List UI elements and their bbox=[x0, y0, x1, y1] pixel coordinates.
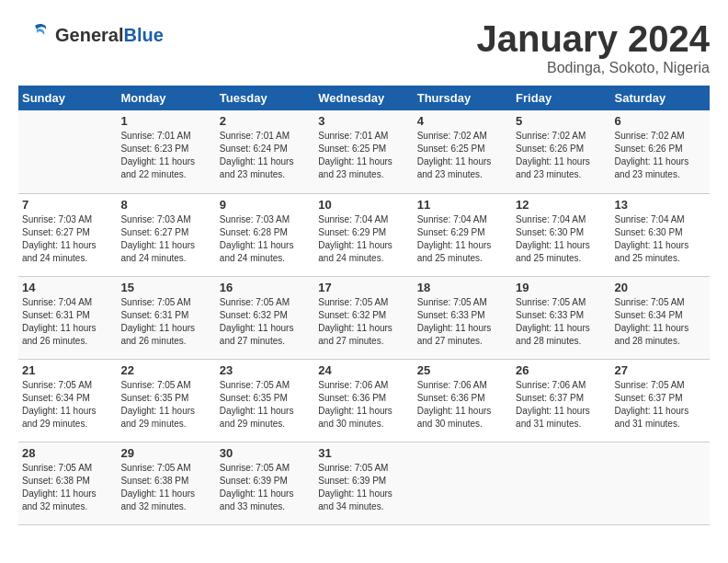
calendar-cell: 10Sunrise: 7:04 AM Sunset: 6:29 PM Dayli… bbox=[314, 193, 413, 276]
day-info: Sunrise: 7:02 AM Sunset: 6:26 PM Dayligh… bbox=[615, 130, 706, 181]
day-number: 30 bbox=[220, 446, 311, 460]
day-number: 16 bbox=[220, 281, 311, 294]
day-number: 7 bbox=[22, 198, 113, 212]
calendar-cell: 8Sunrise: 7:03 AM Sunset: 6:27 PM Daylig… bbox=[117, 193, 215, 276]
calendar-week-row: 28Sunrise: 7:05 AM Sunset: 6:38 PM Dayli… bbox=[18, 442, 710, 524]
logo-text: GeneralBlue bbox=[55, 25, 164, 45]
day-number: 31 bbox=[318, 446, 409, 460]
day-header-sunday: Sunday bbox=[18, 86, 117, 110]
day-header-monday: Monday bbox=[117, 86, 215, 110]
day-header-friday: Friday bbox=[512, 86, 610, 110]
logo-icon bbox=[18, 18, 51, 52]
title-block: January 2024 Bodinga, Sokoto, Nigeria bbox=[476, 18, 710, 76]
day-info: Sunrise: 7:05 AM Sunset: 6:33 PM Dayligh… bbox=[417, 296, 508, 348]
day-info: Sunrise: 7:05 AM Sunset: 6:35 PM Dayligh… bbox=[120, 379, 211, 431]
calendar-cell bbox=[512, 442, 610, 524]
calendar-cell: 22Sunrise: 7:05 AM Sunset: 6:35 PM Dayli… bbox=[117, 359, 215, 442]
day-number: 27 bbox=[615, 363, 706, 377]
day-number: 22 bbox=[120, 363, 211, 377]
day-number: 21 bbox=[22, 363, 113, 377]
day-number: 11 bbox=[417, 198, 508, 212]
day-info: Sunrise: 7:02 AM Sunset: 6:25 PM Dayligh… bbox=[417, 130, 508, 181]
day-info: Sunrise: 7:06 AM Sunset: 6:36 PM Dayligh… bbox=[318, 379, 409, 431]
day-number: 17 bbox=[318, 281, 409, 294]
day-number: 13 bbox=[615, 198, 706, 212]
day-header-thursday: Thursday bbox=[414, 86, 512, 110]
day-number: 23 bbox=[220, 363, 311, 377]
day-info: Sunrise: 7:01 AM Sunset: 6:23 PM Dayligh… bbox=[120, 130, 211, 181]
calendar-cell: 23Sunrise: 7:05 AM Sunset: 6:35 PM Dayli… bbox=[216, 359, 314, 442]
day-info: Sunrise: 7:05 AM Sunset: 6:32 PM Dayligh… bbox=[220, 296, 311, 348]
calendar-cell: 31Sunrise: 7:05 AM Sunset: 6:39 PM Dayli… bbox=[314, 442, 413, 524]
calendar-cell: 6Sunrise: 7:02 AM Sunset: 6:26 PM Daylig… bbox=[611, 110, 710, 193]
day-info: Sunrise: 7:05 AM Sunset: 6:34 PM Dayligh… bbox=[22, 379, 113, 431]
day-info: Sunrise: 7:01 AM Sunset: 6:24 PM Dayligh… bbox=[220, 130, 311, 181]
day-number: 4 bbox=[417, 114, 508, 128]
day-info: Sunrise: 7:05 AM Sunset: 6:38 PM Dayligh… bbox=[120, 462, 211, 513]
day-info: Sunrise: 7:02 AM Sunset: 6:26 PM Dayligh… bbox=[516, 130, 607, 181]
calendar-cell: 4Sunrise: 7:02 AM Sunset: 6:25 PM Daylig… bbox=[414, 110, 512, 193]
day-info: Sunrise: 7:04 AM Sunset: 6:30 PM Dayligh… bbox=[516, 213, 607, 265]
day-info: Sunrise: 7:05 AM Sunset: 6:39 PM Dayligh… bbox=[318, 462, 409, 513]
day-info: Sunrise: 7:04 AM Sunset: 6:29 PM Dayligh… bbox=[417, 213, 508, 265]
day-number: 19 bbox=[516, 281, 607, 294]
day-info: Sunrise: 7:04 AM Sunset: 6:29 PM Dayligh… bbox=[318, 213, 409, 265]
calendar-week-row: 14Sunrise: 7:04 AM Sunset: 6:31 PM Dayli… bbox=[18, 276, 710, 359]
day-info: Sunrise: 7:05 AM Sunset: 6:32 PM Dayligh… bbox=[318, 296, 409, 348]
day-info: Sunrise: 7:03 AM Sunset: 6:27 PM Dayligh… bbox=[120, 213, 211, 265]
svg-rect-0 bbox=[18, 18, 51, 52]
page-header: GeneralBlue January 2024 Bodinga, Sokoto… bbox=[18, 18, 710, 76]
day-number: 8 bbox=[120, 198, 211, 212]
location-subtitle: Bodinga, Sokoto, Nigeria bbox=[476, 60, 710, 76]
day-number: 18 bbox=[417, 281, 508, 294]
day-number: 10 bbox=[318, 198, 409, 212]
day-info: Sunrise: 7:06 AM Sunset: 6:36 PM Dayligh… bbox=[417, 379, 508, 431]
day-number: 1 bbox=[120, 114, 211, 128]
calendar-cell: 16Sunrise: 7:05 AM Sunset: 6:32 PM Dayli… bbox=[216, 276, 314, 359]
day-header-wednesday: Wednesday bbox=[314, 86, 413, 110]
day-info: Sunrise: 7:05 AM Sunset: 6:38 PM Dayligh… bbox=[22, 462, 113, 513]
calendar-cell: 29Sunrise: 7:05 AM Sunset: 6:38 PM Dayli… bbox=[117, 442, 215, 524]
day-number: 20 bbox=[615, 281, 706, 294]
day-info: Sunrise: 7:05 AM Sunset: 6:34 PM Dayligh… bbox=[615, 296, 706, 348]
calendar-cell: 28Sunrise: 7:05 AM Sunset: 6:38 PM Dayli… bbox=[18, 442, 117, 524]
month-title: January 2024 bbox=[476, 18, 710, 60]
calendar-cell: 13Sunrise: 7:04 AM Sunset: 6:30 PM Dayli… bbox=[611, 193, 710, 276]
calendar-header-row: SundayMondayTuesdayWednesdayThursdayFrid… bbox=[18, 86, 710, 110]
calendar-week-row: 7Sunrise: 7:03 AM Sunset: 6:27 PM Daylig… bbox=[18, 193, 710, 276]
calendar-cell: 1Sunrise: 7:01 AM Sunset: 6:23 PM Daylig… bbox=[117, 110, 215, 193]
calendar-table: SundayMondayTuesdayWednesdayThursdayFrid… bbox=[18, 86, 710, 525]
day-info: Sunrise: 7:01 AM Sunset: 6:25 PM Dayligh… bbox=[318, 130, 409, 181]
day-number: 3 bbox=[318, 114, 409, 128]
day-info: Sunrise: 7:05 AM Sunset: 6:35 PM Dayligh… bbox=[220, 379, 311, 431]
calendar-cell: 26Sunrise: 7:06 AM Sunset: 6:37 PM Dayli… bbox=[512, 359, 610, 442]
calendar-cell: 24Sunrise: 7:06 AM Sunset: 6:36 PM Dayli… bbox=[314, 359, 413, 442]
calendar-cell: 19Sunrise: 7:05 AM Sunset: 6:33 PM Dayli… bbox=[512, 276, 610, 359]
calendar-cell: 11Sunrise: 7:04 AM Sunset: 6:29 PM Dayli… bbox=[414, 193, 512, 276]
calendar-cell: 17Sunrise: 7:05 AM Sunset: 6:32 PM Dayli… bbox=[314, 276, 413, 359]
day-info: Sunrise: 7:04 AM Sunset: 6:30 PM Dayligh… bbox=[615, 213, 706, 265]
calendar-cell: 7Sunrise: 7:03 AM Sunset: 6:27 PM Daylig… bbox=[18, 193, 117, 276]
calendar-cell: 27Sunrise: 7:05 AM Sunset: 6:37 PM Dayli… bbox=[611, 359, 710, 442]
day-number: 2 bbox=[220, 114, 311, 128]
calendar-cell bbox=[18, 110, 117, 193]
day-info: Sunrise: 7:06 AM Sunset: 6:37 PM Dayligh… bbox=[516, 379, 607, 431]
calendar-cell: 21Sunrise: 7:05 AM Sunset: 6:34 PM Dayli… bbox=[18, 359, 117, 442]
day-number: 26 bbox=[516, 363, 607, 377]
day-info: Sunrise: 7:05 AM Sunset: 6:39 PM Dayligh… bbox=[220, 462, 311, 513]
calendar-week-row: 21Sunrise: 7:05 AM Sunset: 6:34 PM Dayli… bbox=[18, 359, 710, 442]
calendar-cell: 20Sunrise: 7:05 AM Sunset: 6:34 PM Dayli… bbox=[611, 276, 710, 359]
day-info: Sunrise: 7:05 AM Sunset: 6:37 PM Dayligh… bbox=[615, 379, 706, 431]
day-number: 14 bbox=[22, 281, 113, 294]
day-number: 28 bbox=[22, 446, 113, 460]
calendar-cell bbox=[611, 442, 710, 524]
day-number: 25 bbox=[417, 363, 508, 377]
day-info: Sunrise: 7:05 AM Sunset: 6:33 PM Dayligh… bbox=[516, 296, 607, 348]
day-header-tuesday: Tuesday bbox=[216, 86, 314, 110]
calendar-cell: 2Sunrise: 7:01 AM Sunset: 6:24 PM Daylig… bbox=[216, 110, 314, 193]
day-number: 9 bbox=[220, 198, 311, 212]
calendar-cell: 3Sunrise: 7:01 AM Sunset: 6:25 PM Daylig… bbox=[314, 110, 413, 193]
day-header-saturday: Saturday bbox=[611, 86, 710, 110]
day-number: 29 bbox=[120, 446, 211, 460]
calendar-cell: 14Sunrise: 7:04 AM Sunset: 6:31 PM Dayli… bbox=[18, 276, 117, 359]
